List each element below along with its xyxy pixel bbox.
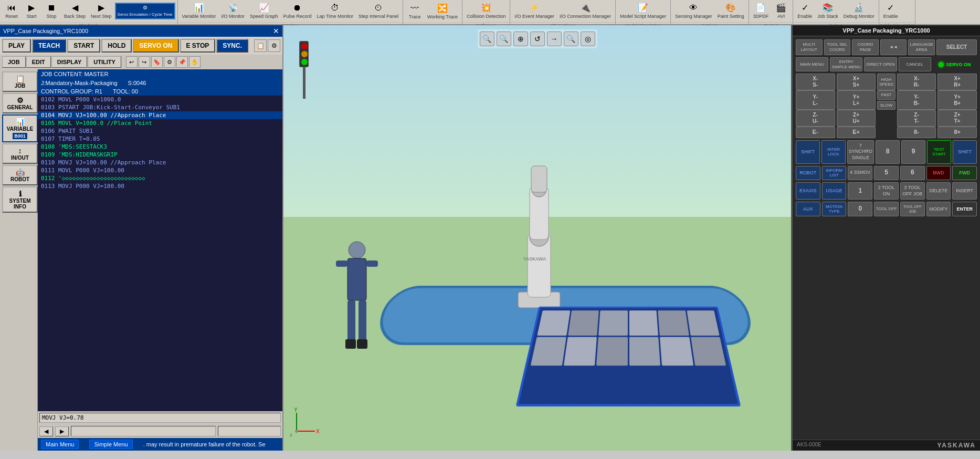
tool-off-button[interactable]: TOOL OFF	[874, 202, 899, 216]
sub-icon-2[interactable]: ↪	[139, 56, 150, 68]
vp-btn-4[interactable]: ↺	[530, 32, 545, 46]
job-line[interactable]: 0105 MOVL V=1000.0 //Place Point	[38, 119, 282, 127]
motion-type-button[interactable]: MOTION TYPE	[822, 202, 847, 216]
backtick-button[interactable]: ◄◄	[880, 39, 907, 55]
test-start-button[interactable]: TEST START	[927, 140, 951, 164]
job-menu-button[interactable]: JOB	[2, 56, 26, 68]
bwd-button[interactable]: BWD	[926, 166, 951, 180]
tool-sel-button[interactable]: TOOL SEL COORD	[824, 39, 851, 55]
key-1-button[interactable]: 1	[848, 182, 872, 200]
fast-button[interactable]: FAST	[877, 90, 895, 100]
play-button[interactable]: PLAY	[2, 39, 31, 53]
next-step-button[interactable]: ▶Next Step	[89, 1, 114, 21]
select-button[interactable]: SELECT	[936, 39, 977, 55]
robot-button[interactable]: ROBOT	[796, 166, 820, 180]
simple-menu-status[interactable]: Simple Menu	[89, 440, 132, 449]
usage-button[interactable]: USAGE	[822, 182, 847, 200]
key-3-button[interactable]: 3 TOOL OFF JOB	[900, 182, 925, 200]
start-button[interactable]: START	[67, 39, 100, 53]
sidebar-item-variable[interactable]: 📊 VARIABLE B001	[2, 114, 38, 142]
key-6-button[interactable]: 6	[900, 166, 925, 180]
job-line[interactable]: 0102 MOVL P000 V=1000.0	[38, 96, 282, 103]
key-8-button[interactable]: 8	[876, 140, 900, 164]
nav-left-button[interactable]: ◀	[39, 426, 53, 436]
teach-button[interactable]: TEACH	[32, 39, 66, 53]
lap-time-button[interactable]: ⏱Lap Time Monitor	[314, 1, 355, 21]
pulse-record-button[interactable]: ⏺Pulse Record	[281, 1, 313, 21]
job-input-field[interactable]	[39, 413, 281, 423]
panel-close-button[interactable]: ✕	[273, 27, 279, 35]
job-line[interactable]: 0113 MOVJ P000 VJ=100.00	[38, 182, 282, 190]
key-4-button[interactable]: 4 3SMOV	[848, 166, 872, 180]
sub-icon-3[interactable]: 🔖	[151, 56, 163, 68]
estop-button[interactable]: E STOP	[180, 39, 216, 53]
3dpdf-button[interactable]: 📄3DPDF	[751, 1, 771, 21]
job-line[interactable]: 0104 MOVJ VJ=100.00 //Approach Place	[38, 111, 282, 119]
inform-list-button[interactable]: INFORM LIST	[822, 166, 847, 180]
key-7-button[interactable]: 7 SYNCHRO SINGLE	[847, 140, 874, 164]
paint-setting-button[interactable]: 🎨Paint Setting	[715, 1, 746, 21]
sync-button[interactable]: SYNC.	[216, 39, 248, 53]
modify-button[interactable]: MODIFY	[926, 202, 951, 216]
sub-icon-6[interactable]: ✋	[189, 56, 201, 68]
key-5-button[interactable]: 5	[874, 166, 899, 180]
io-connection-button[interactable]: 🔌I/O Connection Manager	[557, 1, 613, 21]
sensing-button[interactable]: 👁Sensing Manager	[673, 1, 714, 21]
icon-btn-2[interactable]: ⚙	[268, 39, 280, 52]
debug-enable-button[interactable]: ✓Enable	[795, 1, 814, 21]
x-r-plus-button[interactable]: X+ R+	[937, 74, 977, 90]
key-2-button[interactable]: 2 TOOL ON	[874, 182, 899, 200]
entry-simple-button[interactable]: ENTRY SIMPLE MENU	[830, 57, 862, 71]
debug-monitor-button[interactable]: 🔬Debug Monitor	[841, 1, 877, 21]
sidebar-item-job[interactable]: 📋 JOB	[2, 71, 38, 92]
delete-button[interactable]: DELETE	[926, 182, 951, 200]
io-monitor-button[interactable]: 📡I/O Monitor	[219, 1, 247, 21]
job-line[interactable]: 0106 PWAIT SUB1	[38, 127, 282, 135]
sidebar-item-general[interactable]: ⚙ GENERAL	[2, 93, 38, 113]
job-list[interactable]: 0102 MOVL P000 V=1000.00103 PSTART JOB:K…	[38, 96, 282, 411]
insert-button[interactable]: INSERT	[952, 182, 977, 200]
z-minus-button[interactable]: Z- U-	[796, 110, 835, 127]
sidebar-item-robot[interactable]: 🤖 ROBOT	[2, 165, 38, 185]
vp-btn-3[interactable]: ⊕	[513, 32, 528, 46]
x-minus-button[interactable]: X- S-	[796, 74, 835, 90]
coord-page-button[interactable]: COORD PAGE	[852, 39, 879, 55]
main-menu-status[interactable]: Main Menu	[41, 440, 79, 449]
reset-button[interactable]: ⏮Reset	[2, 1, 21, 21]
job-stack-button[interactable]: 📚Job Stack	[815, 1, 840, 21]
3d-viewport[interactable]: 🔍 🔍 ⊕ ↺ → 🔍 ◎	[283, 25, 791, 451]
cancel-button[interactable]: CANCEL	[899, 57, 931, 71]
fwd-button[interactable]: FWD	[952, 166, 977, 180]
hold-button[interactable]: HOLD	[101, 39, 132, 53]
language-button[interactable]: LANGUAGE AREA	[908, 39, 935, 55]
tool-off-job-button[interactable]: TOOL OFF JOB	[900, 202, 925, 216]
x-plus-button[interactable]: X+ S+	[837, 74, 876, 90]
step-interval-button[interactable]: ⏲Step Interval Panel	[356, 1, 401, 21]
job-line[interactable]: 0109 'MDS:HIDEMASKGRIP	[38, 151, 282, 159]
high-speed-button[interactable]: HIGH SPEED	[877, 74, 895, 90]
sidebar-item-inout[interactable]: ↕ IN/OUT	[2, 143, 38, 164]
key-9-button[interactable]: 9	[901, 140, 925, 164]
job-line[interactable]: 0107 TIMER T=0.05	[38, 135, 282, 143]
y-b-plus-button[interactable]: Y+ B+	[937, 90, 977, 110]
sub-icon-4[interactable]: ⚙	[164, 56, 175, 68]
job-line[interactable]: 0103 PSTART JOB:Kick-Start-Conveyor SUB1	[38, 103, 282, 111]
speed-graph-button[interactable]: 📈Speed Graph	[248, 1, 280, 21]
sidebar-item-systeminfo[interactable]: ℹ SYSTEM INFO	[2, 186, 38, 213]
shift-left-button[interactable]: SHIFT	[796, 140, 820, 164]
vp-btn-7[interactable]: ◎	[581, 32, 595, 46]
stop-button[interactable]: ⏹Stop	[42, 1, 61, 21]
model-script-button[interactable]: 📝Model Script Manager	[618, 1, 668, 21]
x-r-minus-button[interactable]: X- R-	[897, 74, 936, 90]
y-minus-button[interactable]: Y- L-	[796, 90, 835, 110]
io-event-button[interactable]: ⚡I/O Event Manager	[512, 1, 556, 21]
8-minus-button[interactable]: 8-	[897, 127, 936, 138]
servo-emulation-button[interactable]: ⚙Servo Emulation / Cycle Time	[115, 3, 175, 19]
aux-button[interactable]: AUX	[796, 202, 820, 216]
collision-detection-button[interactable]: 💥Collision Detection	[465, 1, 508, 21]
sub-icon-1[interactable]: ↩	[126, 56, 138, 68]
job-line[interactable]: 0111 MOVL P000 VJ=100.00	[38, 166, 282, 174]
start-playback-button[interactable]: ▶Start	[22, 1, 41, 21]
vp-btn-5[interactable]: →	[547, 32, 562, 46]
trace-button[interactable]: 〰Trace	[405, 2, 424, 22]
